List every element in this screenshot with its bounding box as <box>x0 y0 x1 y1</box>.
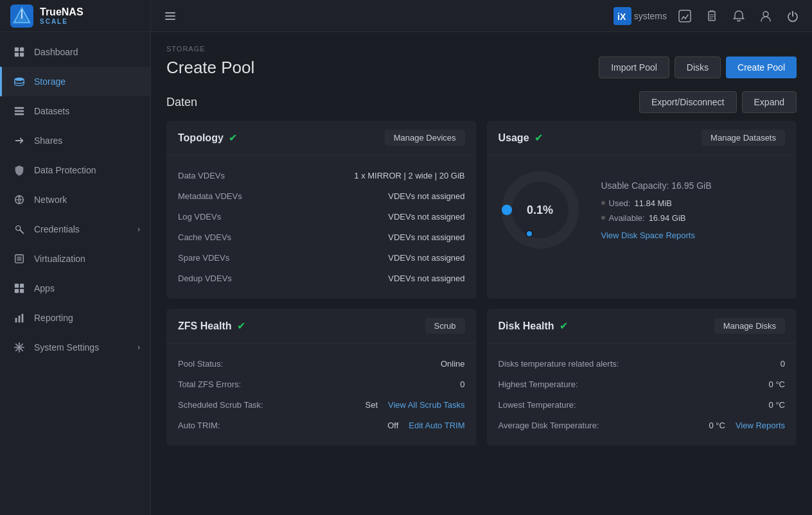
user-icon[interactable] <box>757 7 775 25</box>
used-label: Used: <box>609 198 631 208</box>
svg-rect-17 <box>20 284 24 288</box>
sidebar-item-label-apps: Apps <box>34 283 140 293</box>
sidebar-item-label-network: Network <box>34 195 140 205</box>
svg-rect-6 <box>15 53 19 57</box>
pool-status-row: Pool Status: Online <box>178 354 465 374</box>
topbar: iX systems <box>151 0 812 32</box>
sidebar-item-apps[interactable]: Apps <box>0 274 150 303</box>
usage-card-title: Usage <box>499 132 529 144</box>
page-header: Create Pool Import Pool Disks Create Poo… <box>166 57 797 78</box>
sidebar-item-credentials[interactable]: Credentials › <box>0 214 150 244</box>
reporting-icon <box>12 311 26 325</box>
manage-devices-button[interactable]: Manage Devices <box>385 130 465 146</box>
scheduled-scrub-row: Scheduled Scrub Task: Set View All Scrub… <box>178 395 465 415</box>
sidebar-item-label-credentials: Credentials <box>34 224 137 234</box>
expand-button[interactable]: Expand <box>742 91 797 113</box>
breadcrumb: STORAGE <box>166 45 797 53</box>
sidebar-item-system-settings[interactable]: System Settings › <box>0 333 150 362</box>
disks-button[interactable]: Disks <box>675 57 721 78</box>
auto-trim-label: Auto TRIM: <box>178 421 220 430</box>
log-vdevs-value: VDEVs not assigned <box>388 212 464 222</box>
main-area: iX systems STORAGE Create <box>151 0 812 515</box>
usage-donut: 0.1% <box>499 168 582 252</box>
logo: TrueNAS SCALE <box>0 0 150 32</box>
scheduled-scrub-label: Scheduled Scrub Task: <box>178 400 263 410</box>
view-reports-link[interactable]: View Reports <box>736 421 785 430</box>
sidebar-item-datasets[interactable]: Datasets <box>0 96 150 126</box>
svg-point-29 <box>763 12 768 17</box>
zfs-errors-label: Total ZFS Errors: <box>178 380 241 389</box>
svg-rect-9 <box>15 107 24 109</box>
usage-stats: Usable Capacity: 16.95 GiB Used: 11.84 M… <box>601 180 786 240</box>
manage-datasets-button[interactable]: Manage Datasets <box>702 130 785 146</box>
ix-logo: iX systems <box>613 7 667 25</box>
sidebar-item-label-reporting: Reporting <box>34 313 140 323</box>
ix-systems-text: systems <box>634 11 667 21</box>
spare-vdevs-value: VDEVs not assigned <box>388 253 464 263</box>
edit-auto-trim-link[interactable]: Edit Auto TRIM <box>409 421 464 430</box>
available-row: Available: 16.94 GiB <box>601 213 786 223</box>
data-vdevs-value: 1 x MIRROR | 2 wide | 20 GiB <box>354 171 464 180</box>
highest-temp-label: Highest Temperature: <box>499 380 578 389</box>
topology-card-body: Data VDEVs 1 x MIRROR | 2 wide | 20 GiB … <box>166 155 477 299</box>
usable-capacity-label: Usable Capacity: <box>601 180 669 191</box>
svg-rect-15 <box>17 256 21 261</box>
import-pool-button[interactable]: Import Pool <box>599 57 669 78</box>
section-title: Daten <box>166 96 197 109</box>
zfs-title-row: ZFS Health ✔ <box>178 320 245 332</box>
hamburger-icon[interactable] <box>161 7 179 25</box>
avg-temp-value: 0 °C <box>709 421 725 430</box>
topology-title-row: Topology ✔ <box>178 132 237 144</box>
sidebar-item-virtualization[interactable]: Virtualization <box>0 244 150 274</box>
metadata-vdevs-label: Metadata VDEVs <box>178 191 242 201</box>
cache-vdevs-value: VDEVs not assigned <box>388 232 464 242</box>
svg-rect-18 <box>15 289 19 293</box>
manage-disks-button[interactable]: Manage Disks <box>714 318 785 334</box>
table-row: Cache VDEVs VDEVs not assigned <box>178 227 465 248</box>
sidebar-item-reporting[interactable]: Reporting <box>0 303 150 333</box>
disk-health-card: Disk Health ✔ Manage Disks Disks tempera… <box>487 309 797 446</box>
view-all-scrub-tasks-link[interactable]: View All Scrub Tasks <box>388 400 464 410</box>
avg-temp-row: Average Disk Temperature: 0 °C View Repo… <box>499 415 786 435</box>
create-pool-button[interactable]: Create Pool <box>726 57 797 78</box>
auto-trim-row: Auto TRIM: Off Edit Auto TRIM <box>178 415 465 435</box>
disk-health-title-row: Disk Health ✔ <box>499 320 568 332</box>
sidebar-item-label-shares: Shares <box>34 135 140 146</box>
usage-title-row: Usage ✔ <box>499 132 543 144</box>
spare-vdevs-label: Spare VDEVs <box>178 253 229 263</box>
svg-text:iX: iX <box>617 12 626 22</box>
truecharts-icon[interactable] <box>676 7 694 25</box>
scrub-button[interactable]: Scrub <box>425 318 465 334</box>
sidebar-item-label-system-settings: System Settings <box>34 342 137 353</box>
sidebar-item-shares[interactable]: Shares <box>0 126 150 155</box>
sidebar-item-storage[interactable]: Storage <box>0 67 150 96</box>
sidebar-item-dashboard[interactable]: Dashboard <box>0 37 150 67</box>
zfs-health-card-body: Pool Status: Online Total ZFS Errors: 0 … <box>166 344 477 446</box>
usable-capacity-value: 16.95 GiB <box>671 180 711 191</box>
pool-status-value: Online <box>441 359 465 369</box>
system-settings-chevron-icon: › <box>137 343 140 352</box>
scheduled-scrub-value: Set <box>366 400 378 410</box>
sidebar-item-data-protection[interactable]: Data Protection <box>0 155 150 185</box>
bell-icon[interactable] <box>730 7 748 25</box>
network-icon <box>12 193 26 207</box>
sidebar-item-network[interactable]: Network <box>0 185 150 214</box>
export-disconnect-button[interactable]: Export/Disconnect <box>639 91 737 113</box>
power-icon[interactable] <box>784 7 802 25</box>
table-row: Spare VDEVs VDEVs not assigned <box>178 248 465 268</box>
content: STORAGE Create Pool Import Pool Disks Cr… <box>151 32 812 515</box>
table-row: Data VDEVs 1 x MIRROR | 2 wide | 20 GiB <box>178 166 465 186</box>
sidebar: TrueNAS SCALE Dashboard Storage Datasets <box>0 0 151 515</box>
sidebar-item-label-storage: Storage <box>34 76 140 87</box>
sidebar-item-label-datasets: Datasets <box>34 106 140 116</box>
view-disk-space-reports-link[interactable]: View Disk Space Reports <box>601 231 786 240</box>
sidebar-item-label-data-protection: Data Protection <box>34 165 140 175</box>
svg-rect-11 <box>15 114 24 116</box>
svg-rect-4 <box>15 48 19 51</box>
pool-status-label: Pool Status: <box>178 359 223 369</box>
apps-icon <box>12 281 26 295</box>
logo-scale-text: SCALE <box>40 18 84 25</box>
clipboard-icon[interactable] <box>703 7 721 25</box>
page-title: Create Pool <box>166 58 254 78</box>
metadata-vdevs-value: VDEVs not assigned <box>388 191 464 201</box>
